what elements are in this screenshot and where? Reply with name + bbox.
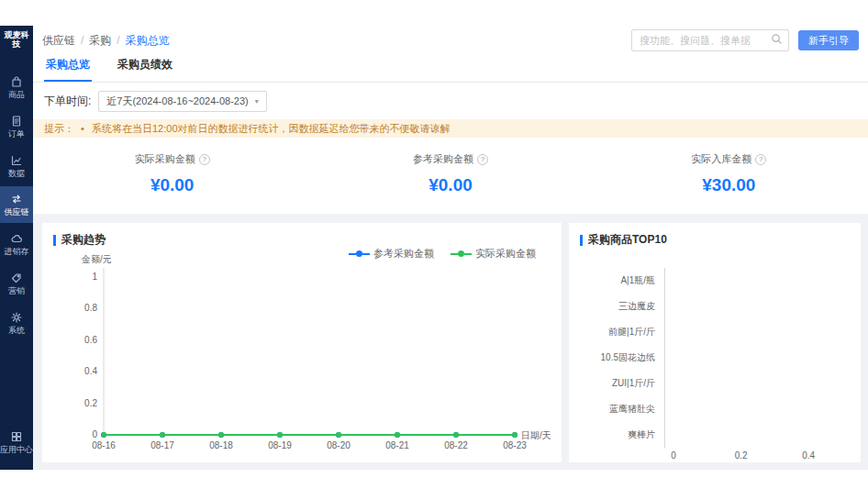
data-point [395,432,400,438]
trend-line-chart: 00.20.40.60.8108-1608-1708-1808-1908-200… [42,251,556,462]
chevron-down-icon: ▾ [255,97,259,106]
bar-category-label: 三边魔皮 [580,300,664,313]
global-search[interactable] [631,29,789,51]
apps-icon [10,430,23,443]
y-tick-label: 0.6 [84,335,97,345]
sidebar-item-label: 进销存 [5,248,29,257]
stat-label: 实际入库金额 [691,152,751,166]
sidebar-item-orders[interactable]: 订单 [0,108,33,145]
stat-label: 参考采购金额 [413,152,473,166]
bar-axis-ticks: 00.20.4 [673,448,842,462]
search-icon[interactable] [771,32,783,49]
bar-category-label: 10.5固花边纸 [580,351,664,364]
newbie-guide-button[interactable]: 新手引导 [798,30,859,50]
y-axis-title: 金额/元 [81,254,112,264]
breadcrumb-item-supply-chain[interactable]: 供应链 [42,33,75,49]
bar-category-label: A|1瓶/瓶 [580,274,664,287]
bar-track [664,422,851,448]
order-time-label: 下单时间: [44,94,91,109]
date-range-select[interactable]: 近7天(2024-08-16~2024-08-23) ▾ [98,91,266,112]
title-accent-bar [53,235,56,246]
x-tick-label: 08-20 [327,440,351,450]
breadcrumb-item-current: 采购总览 [126,33,170,49]
data-icon [10,154,23,167]
top-bar: 供应链 / 采购 / 采购总览 新手引导 [33,26,868,55]
notice-bar: 提示： • 系统将在当日12:00对前日的数据进行统计，因数据延迟给您带来的不便… [33,119,868,138]
data-point [453,432,459,438]
sidebar-item-inventory[interactable]: 进销存 [0,226,33,262]
stat-value: ¥30.00 [590,175,868,195]
top10-panel-title: 采购商品TOP10 [588,232,667,248]
supply-icon [10,193,23,206]
bar-track [664,396,851,422]
breadcrumb: 供应链 / 采购 / 采购总览 [42,33,170,49]
x-tick-label: 08-17 [150,440,174,450]
stat-actual-purchase-amount: 实际采购金额 ? ¥0.00 [33,152,311,195]
stats-row: 实际采购金额 ? ¥0.00 参考采购金额 ? ¥0.00 实际入库金额 ? ¥… [33,138,868,214]
x-axis-title: 日期/天 [521,430,551,440]
sidebar-item-supply-chain[interactable]: 供应链 [0,186,33,223]
filter-row: 下单时间: 近7天(2024-08-16~2024-08-23) ▾ [33,83,868,119]
app-logo: 观麦科技 [0,26,33,53]
legend-item-1[interactable]: 实际采购金额 [451,247,536,261]
sidebar-item-label: 供应链 [5,208,29,217]
x-tick-label: 08-16 [92,440,116,450]
bar-track [664,294,851,319]
bar-row: 三边魔皮 [580,294,851,319]
sidebar-item-label: 订单 [8,130,25,139]
sidebar-item-app-center[interactable]: 应用中心 [0,424,33,461]
bar-row: 爽棒片 [580,422,851,448]
x-tick-label: 0.4 [802,450,815,461]
notice-bullet: • [81,123,84,134]
system-icon [10,311,23,324]
sidebar-item-label: 系统 [8,327,25,336]
bar-category-label: 爽棒片 [580,428,664,441]
search-input[interactable] [638,34,771,47]
stat-reference-purchase-amount: 参考采购金额 ? ¥0.00 [311,152,589,195]
sidebar-item-data[interactable]: 数据 [0,148,33,184]
top10-products-panel: 采购商品TOP10 A|1瓶/瓶三边魔皮前腿|1斤/斤10.5固花边纸ZUI|1… [569,223,861,462]
data-point [336,432,341,438]
box-icon [10,75,23,88]
legend-label: 参考采购金额 [373,247,434,261]
chart-legend: 参考采购金额实际采购金额 [349,247,536,261]
y-tick-label: 0.4 [84,366,97,376]
bar-row: ZUI|1斤/斤 [580,371,851,396]
notice-text: 系统将在当日12:00对前日的数据进行统计，因数据延迟给您带来的不便敬请谅解 [92,123,451,134]
tab-buyer-performance[interactable]: 采购员绩效 [116,57,174,82]
tab-bar: 采购总览 采购员绩效 [33,55,868,83]
sidebar-nav: 商品订单数据供应链进销存营销系统 [0,66,33,341]
sidebar-item-goods[interactable]: 商品 [0,69,33,106]
bar-category-label: ZUI|1斤/斤 [580,377,664,390]
data-point [512,432,517,438]
breadcrumb-item-procurement[interactable]: 采购 [89,33,111,49]
data-point [277,432,283,438]
info-icon[interactable]: ? [199,154,210,165]
sidebar-item-label: 营销 [8,287,25,296]
y-tick-label: 1 [92,272,97,282]
title-accent-bar [580,235,583,246]
legend-label: 实际采购金额 [475,247,536,261]
y-tick-label: 0.8 [84,303,97,313]
bar-category-label: 蓝鹰猪肚尖 [580,403,664,416]
trend-panel-title: 采购趋势 [61,232,106,248]
bar-row: 10.5固花边纸 [580,345,851,371]
order-icon [10,115,23,128]
inventory-icon [10,232,23,245]
breadcrumb-separator: / [81,34,83,47]
bar-track [664,268,851,294]
info-icon[interactable]: ? [477,154,488,165]
info-icon[interactable]: ? [755,154,766,165]
sidebar-bottom: 应用中心 [0,421,33,470]
sidebar-item-label: 应用中心 [0,446,33,455]
sidebar-item-system[interactable]: 系统 [0,305,33,341]
x-tick-label: 08-18 [209,440,233,450]
tab-procurement-overview[interactable]: 采购总览 [44,57,92,82]
breadcrumb-separator: / [117,34,119,47]
legend-item-0[interactable]: 参考采购金额 [349,247,434,261]
data-point [101,432,106,438]
y-tick-label: 0 [92,429,97,439]
legend-marker [451,250,472,257]
bar-row: A|1瓶/瓶 [580,268,851,294]
sidebar-item-marketing[interactable]: 营销 [0,265,33,302]
